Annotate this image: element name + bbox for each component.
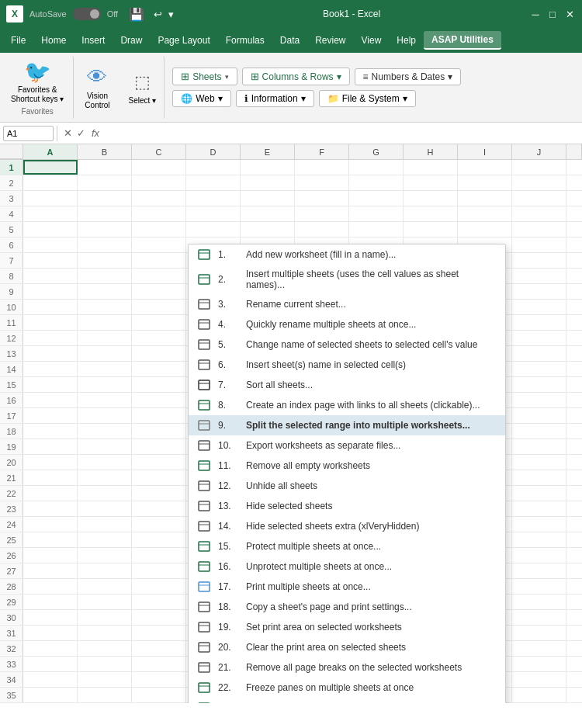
grid-cell[interactable]: [566, 439, 582, 454]
grid-cell[interactable]: [295, 191, 349, 206]
row-number[interactable]: 5: [0, 222, 23, 237]
grid-cell[interactable]: [23, 222, 78, 237]
grid-cell[interactable]: [349, 175, 404, 190]
row-number[interactable]: 33: [0, 657, 23, 671]
grid-cell[interactable]: [78, 191, 132, 206]
list-item[interactable]: 16.Unprotect multiple sheets at once...: [189, 556, 505, 577]
grid-cell[interactable]: [512, 284, 566, 299]
grid-cell[interactable]: [132, 362, 186, 376]
quick-access-dropdown[interactable]: ▾: [168, 9, 174, 20]
grid-cell[interactable]: [566, 424, 582, 439]
grid-cell[interactable]: [241, 160, 295, 175]
grid-cell[interactable]: [23, 191, 78, 206]
row-number[interactable]: 17: [0, 408, 23, 423]
grid-cell[interactable]: [512, 470, 566, 485]
grid-cell[interactable]: [404, 160, 458, 175]
grid-cell[interactable]: [512, 641, 566, 656]
grid-cell[interactable]: [566, 657, 582, 671]
grid-cell[interactable]: [78, 408, 132, 423]
grid-cell[interactable]: [132, 175, 186, 190]
row-number[interactable]: 24: [0, 517, 23, 532]
grid-cell[interactable]: [78, 595, 132, 609]
grid-cell[interactable]: [78, 688, 132, 702]
grid-cell[interactable]: [566, 346, 582, 361]
grid-cell[interactable]: [566, 688, 582, 702]
grid-cell[interactable]: [566, 501, 582, 516]
list-item[interactable]: 18.Copy a sheet's page and print setting…: [189, 597, 505, 617]
row-number[interactable]: 3: [0, 191, 23, 206]
grid-cell[interactable]: [512, 532, 566, 547]
grid-cell[interactable]: [512, 315, 566, 330]
grid-cell[interactable]: [23, 424, 78, 439]
grid-cell[interactable]: [23, 439, 78, 454]
list-item[interactable]: 23.Unfreeze panes on multiple sheets at …: [189, 698, 505, 703]
grid-cell[interactable]: [23, 595, 78, 609]
grid-cell[interactable]: [566, 595, 582, 609]
grid-cell[interactable]: [78, 393, 132, 407]
grid-cell[interactable]: [23, 470, 78, 485]
grid-cell[interactable]: [241, 206, 295, 221]
grid-cell[interactable]: [349, 222, 404, 237]
grid-cell[interactable]: [132, 532, 186, 547]
menu-review[interactable]: Review: [307, 32, 353, 49]
grid-cell[interactable]: [566, 191, 582, 206]
row-number[interactable]: 15: [0, 377, 23, 392]
grid-cell[interactable]: [132, 439, 186, 454]
row-number[interactable]: 25: [0, 532, 23, 547]
grid-cell[interactable]: [23, 688, 78, 702]
undo-arrow[interactable]: ↩: [154, 9, 162, 20]
grid-cell[interactable]: [404, 222, 458, 237]
grid-cell[interactable]: [23, 269, 78, 283]
web-button[interactable]: 🌐 Web ▾: [172, 90, 230, 107]
grid-cell[interactable]: [23, 253, 78, 268]
grid-cell[interactable]: [132, 641, 186, 656]
grid-cell[interactable]: [23, 579, 78, 594]
grid-cell[interactable]: [78, 253, 132, 268]
row-number[interactable]: 7: [0, 253, 23, 268]
numbers-dates-button[interactable]: ≡ Numbers & Dates ▾: [355, 68, 462, 85]
col-header-D[interactable]: D: [186, 144, 241, 159]
grid-cell[interactable]: [132, 563, 186, 578]
col-header-H[interactable]: H: [404, 144, 458, 159]
grid-cell[interactable]: [78, 206, 132, 221]
grid-cell[interactable]: [23, 237, 78, 252]
list-item[interactable]: 2.Insert multiple sheets (uses the cell …: [189, 265, 505, 294]
grid-cell[interactable]: [566, 532, 582, 547]
grid-cell[interactable]: [23, 548, 78, 563]
grid-cell[interactable]: [512, 300, 566, 314]
col-header-E[interactable]: E: [241, 144, 295, 159]
grid-cell[interactable]: [512, 191, 566, 206]
grid-cell[interactable]: [78, 641, 132, 656]
col-header-B[interactable]: B: [78, 144, 132, 159]
grid-cell[interactable]: [512, 362, 566, 376]
grid-cell[interactable]: [566, 455, 582, 470]
list-item[interactable]: 8.Create an index page with links to all…: [189, 395, 505, 415]
grid-cell[interactable]: [132, 408, 186, 423]
list-item[interactable]: 10.Export worksheets as separate files..…: [189, 435, 505, 456]
maximize-button[interactable]: □: [546, 8, 559, 20]
grid-cell[interactable]: [132, 626, 186, 640]
row-number[interactable]: 21: [0, 470, 23, 485]
row-number[interactable]: 32: [0, 641, 23, 656]
grid-cell[interactable]: [566, 269, 582, 283]
grid-cell[interactable]: [349, 191, 404, 206]
grid-cell[interactable]: [132, 470, 186, 485]
grid-cell[interactable]: [566, 517, 582, 532]
grid-cell[interactable]: [566, 641, 582, 656]
minimize-button[interactable]: ─: [529, 8, 542, 20]
row-number[interactable]: 30: [0, 610, 23, 625]
grid-cell[interactable]: [186, 175, 241, 190]
grid-cell[interactable]: [78, 284, 132, 299]
grid-cell[interactable]: [458, 191, 512, 206]
grid-cell[interactable]: [566, 408, 582, 423]
grid-cell[interactable]: [512, 501, 566, 516]
grid-cell[interactable]: [566, 610, 582, 625]
row-number[interactable]: 12: [0, 331, 23, 345]
grid-cell[interactable]: [132, 688, 186, 702]
list-item[interactable]: 3.Rename current sheet...: [189, 294, 505, 314]
grid-cell[interactable]: [132, 579, 186, 594]
grid-cell[interactable]: [241, 191, 295, 206]
menu-help[interactable]: Help: [389, 32, 424, 49]
list-item[interactable]: 21.Remove all page breaks on the selecte…: [189, 657, 505, 678]
grid-cell[interactable]: [295, 160, 349, 175]
